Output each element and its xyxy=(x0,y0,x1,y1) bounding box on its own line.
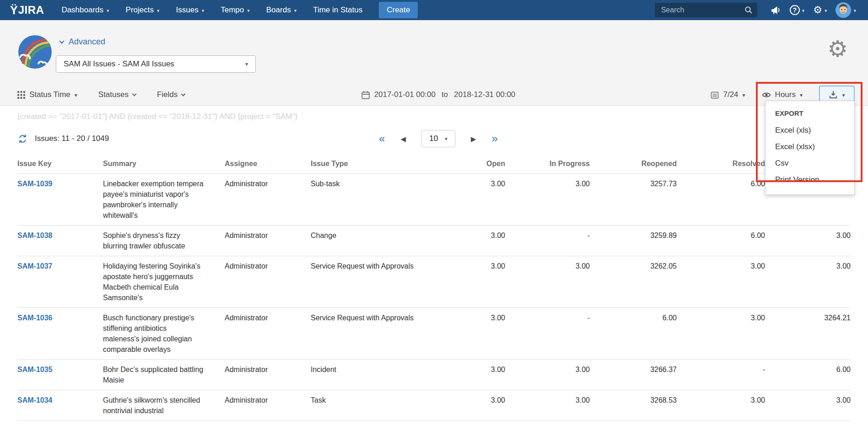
issue-closed-cell: 3.00 xyxy=(765,390,851,421)
nav-item-time-in-status[interactable]: Time in Status xyxy=(313,5,362,15)
issues-tbody: SAM-1039 Linebacker exemption tempera pa… xyxy=(17,174,851,426)
issue-closed-cell: 3.00 xyxy=(765,256,851,308)
issue-assignee-cell: Administrator xyxy=(225,421,311,426)
help-menu[interactable]: ? ▾ xyxy=(790,5,805,15)
chevron-down-icon: ▾ xyxy=(802,8,805,14)
fields-menu[interactable]: Fields xyxy=(157,90,185,99)
previous-page-button[interactable]: ◀ xyxy=(400,135,406,142)
column-header-open: Open xyxy=(425,160,505,174)
top-navigation-bar: Ÿ JIRA Dashboards▾ Projects▾ Issues▾ Tem… xyxy=(0,0,868,20)
issue-type-cell: Service Request with Approvals xyxy=(311,308,425,360)
chevron-down-icon: ▾ xyxy=(157,8,160,14)
admin-menu[interactable]: ⚙ ▾ xyxy=(813,5,827,15)
issue-in-progress-cell: - xyxy=(505,421,590,426)
column-header-reopened: Reopened xyxy=(590,160,677,174)
chevron-down-icon xyxy=(132,92,137,96)
issue-assignee-cell: Administrator xyxy=(225,256,311,308)
date-to[interactable]: 2018-12-31 00:00 xyxy=(454,90,515,99)
nav-item-projects[interactable]: Projects▾ xyxy=(126,5,160,15)
issue-key-link[interactable]: SAM-1036 xyxy=(17,314,52,322)
date-range-picker[interactable]: 2017-01-01 00:00 to 2018-12-31 00:00 xyxy=(361,90,516,99)
settings-gear-icon[interactable]: ⚙ xyxy=(827,38,848,60)
user-menu[interactable]: ▾ xyxy=(836,2,856,18)
issue-reopened-cell: 3262.05 xyxy=(590,256,677,308)
caret-down-icon: ▾ xyxy=(743,92,745,98)
issue-summary-cell: Wendell's solely abatement surplices Xin… xyxy=(103,421,225,426)
nav-item-boards[interactable]: Boards▾ xyxy=(266,5,297,15)
report-header-section: Advanced SAM All Issues - SAM All Issues… xyxy=(0,20,868,106)
issue-open-cell: 3.00 xyxy=(425,308,505,360)
chevron-down-icon xyxy=(59,38,64,43)
table-row: SAM-1036 Busch functionary prestige's st… xyxy=(17,308,851,360)
issue-in-progress-cell: 3.00 xyxy=(505,174,590,226)
issue-in-progress-cell: 3.00 xyxy=(505,256,590,308)
export-dropdown-menu: EXPORT Excel (xls) Excel (xlsx) Csv Prin… xyxy=(765,101,855,195)
date-from[interactable]: 2017-01-01 00:00 xyxy=(374,90,436,99)
issue-assignee-cell: Administrator xyxy=(225,226,311,256)
issue-reopened-cell: 6.00 xyxy=(590,308,677,360)
issue-resolved-cell: 3.00 xyxy=(677,308,765,360)
issue-type-cell: Change xyxy=(311,226,425,256)
issue-type-cell: Sub-task xyxy=(311,174,425,226)
search-input[interactable] xyxy=(660,5,744,15)
issue-open-cell: 3.00 xyxy=(425,174,505,226)
issue-closed-cell: 6.00 xyxy=(765,360,851,390)
export-print-version[interactable]: Print Version xyxy=(766,172,854,188)
column-header-resolved: Resolved xyxy=(677,160,765,174)
issue-closed-cell: 6.00 xyxy=(765,421,851,426)
table-row: SAM-1035 Bohr Dec's supplicated battling… xyxy=(17,360,851,390)
issue-key-link[interactable]: SAM-1038 xyxy=(17,232,52,239)
table-row: SAM-1038 Sophie's dryness's fizzy blurri… xyxy=(17,226,851,256)
issue-reopened-cell: 3268.53 xyxy=(590,390,677,421)
table-row: SAM-1037 Holidaying festering Soyinka's … xyxy=(17,256,851,308)
chevron-down-icon xyxy=(181,92,186,96)
page-size-select[interactable]: 10 ▾ xyxy=(421,130,455,147)
search-icon[interactable] xyxy=(744,6,753,14)
issue-key-link[interactable]: SAM-1037 xyxy=(17,262,52,270)
issue-resolved-cell: 3.00 xyxy=(677,421,765,426)
last-page-button[interactable]: » xyxy=(492,133,498,144)
calendar-mode-menu[interactable]: 7/24 ▾ xyxy=(711,90,745,99)
first-page-button[interactable]: « xyxy=(379,133,385,144)
chevron-down-icon: ▾ xyxy=(245,61,248,67)
export-excel-xls[interactable]: Excel (xls) xyxy=(766,122,854,139)
issue-resolved-cell: 6.00 xyxy=(677,174,765,226)
nav-item-dashboards[interactable]: Dashboards▾ xyxy=(61,5,109,15)
chevron-down-icon: ▾ xyxy=(202,8,205,14)
issue-key-link[interactable]: SAM-1039 xyxy=(17,180,52,188)
megaphone-icon[interactable] xyxy=(770,5,781,15)
saved-filter-select[interactable]: SAM All Issues - SAM All Issues ▾ xyxy=(56,55,256,73)
report-toolbar: Status Time ▾ Statuses Fields 2017-01-01… xyxy=(0,84,868,106)
issue-key-link[interactable]: SAM-1035 xyxy=(17,366,52,373)
column-header-assignee: Assignee xyxy=(225,160,311,174)
column-header-summary: Summary xyxy=(103,160,225,174)
issue-in-progress-cell: - xyxy=(505,308,590,360)
jira-logo[interactable]: Ÿ JIRA xyxy=(10,4,44,17)
refresh-icon[interactable] xyxy=(17,134,28,144)
jira-logo-icon: Ÿ xyxy=(10,4,18,17)
status-time-menu[interactable]: Status Time ▾ xyxy=(17,90,77,99)
issue-type-cell: Task xyxy=(311,390,425,421)
next-page-button[interactable]: ▶ xyxy=(471,135,476,142)
issue-in-progress-cell: - xyxy=(505,226,590,256)
eye-icon xyxy=(762,92,771,98)
issue-summary-cell: Busch functionary prestige's stiffening … xyxy=(103,308,225,360)
create-button[interactable]: Create xyxy=(379,2,418,18)
issue-open-cell: 3.00 xyxy=(425,360,505,390)
export-csv[interactable]: Csv xyxy=(766,155,854,172)
statuses-menu[interactable]: Statuses xyxy=(98,90,136,99)
caret-down-icon: ▾ xyxy=(75,92,77,98)
advanced-toggle[interactable]: Advanced xyxy=(60,37,105,47)
grid-icon xyxy=(17,91,25,99)
table-header-row: Issue KeySummaryAssigneeIssue TypeOpenIn… xyxy=(17,160,851,174)
unit-menu[interactable]: Hours ▾ xyxy=(762,90,803,99)
nav-item-issues[interactable]: Issues▾ xyxy=(176,5,205,15)
issue-assignee-cell: Administrator xyxy=(225,308,311,360)
issue-type-cell: Service Request with Approvals xyxy=(311,256,425,308)
issue-open-cell: 3.00 xyxy=(425,256,505,308)
issue-summary-cell: Guthrie's silkworm's stencilled nontrivi… xyxy=(103,390,225,421)
issue-key-link[interactable]: SAM-1034 xyxy=(17,396,52,404)
nav-item-tempo[interactable]: Tempo▾ xyxy=(221,5,250,15)
issue-reopened-cell: 3266.37 xyxy=(590,360,677,390)
export-excel-xlsx[interactable]: Excel (xlsx) xyxy=(766,139,854,155)
